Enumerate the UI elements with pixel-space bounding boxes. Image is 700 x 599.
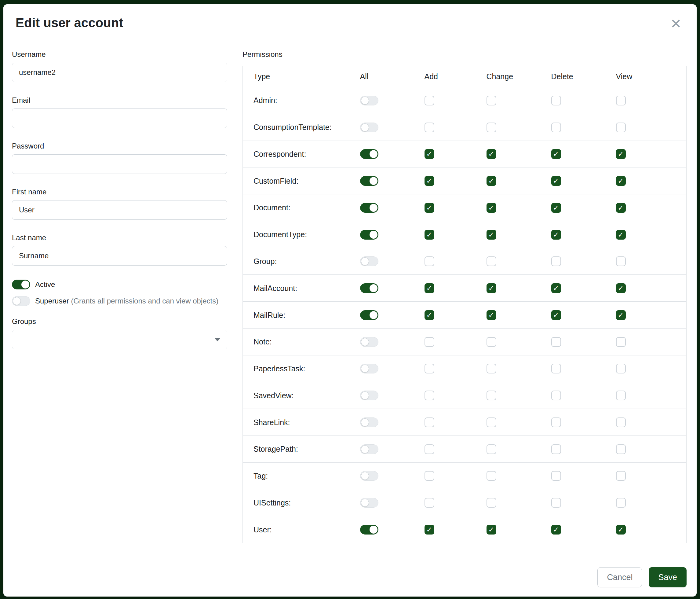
permission-change-checkbox[interactable]	[486, 96, 496, 105]
permission-all-toggle[interactable]	[360, 176, 378, 186]
username-input[interactable]	[12, 63, 227, 82]
permission-change-checkbox[interactable]	[486, 149, 496, 159]
close-icon[interactable]: ✕	[669, 17, 683, 31]
permission-view-checkbox[interactable]	[616, 390, 626, 400]
permission-view-checkbox[interactable]	[616, 525, 626, 534]
permission-change-checkbox[interactable]	[486, 525, 496, 534]
permission-view-checkbox[interactable]	[616, 96, 626, 105]
permission-delete-checkbox[interactable]	[551, 471, 561, 481]
permission-delete-checkbox[interactable]	[551, 257, 561, 266]
groups-select[interactable]	[12, 330, 227, 349]
permission-add-checkbox[interactable]	[425, 445, 434, 454]
permission-view-checkbox[interactable]	[616, 364, 626, 374]
permission-delete-checkbox[interactable]	[551, 445, 561, 454]
toggle-knob	[361, 472, 369, 480]
permission-add-checkbox[interactable]	[425, 230, 434, 240]
permission-all-toggle[interactable]	[360, 337, 378, 347]
email-input[interactable]	[12, 109, 227, 128]
permission-view-checkbox[interactable]	[616, 283, 626, 293]
permission-delete-checkbox[interactable]	[551, 364, 561, 374]
permission-all-toggle[interactable]	[360, 283, 378, 293]
permission-all-toggle[interactable]	[360, 203, 378, 213]
permission-all-toggle[interactable]	[360, 445, 378, 454]
permission-change-checkbox[interactable]	[486, 498, 496, 508]
password-input[interactable]	[12, 154, 227, 174]
permission-view-checkbox[interactable]	[616, 176, 626, 186]
permission-add-checkbox[interactable]	[425, 283, 434, 293]
permission-delete-checkbox[interactable]	[551, 149, 561, 159]
permission-view-checkbox[interactable]	[616, 230, 626, 240]
permission-change-checkbox[interactable]	[486, 203, 496, 213]
permission-view-checkbox[interactable]	[616, 149, 626, 159]
permission-delete-checkbox[interactable]	[551, 203, 561, 213]
permission-delete-checkbox[interactable]	[551, 123, 561, 132]
permission-view-checkbox[interactable]	[616, 310, 626, 320]
permission-delete-checkbox[interactable]	[551, 337, 561, 347]
permission-type-label: DocumentType:	[253, 230, 307, 239]
permission-all-toggle[interactable]	[360, 364, 378, 374]
permission-change-checkbox[interactable]	[486, 471, 496, 481]
permission-view-checkbox[interactable]	[616, 471, 626, 481]
permission-change-checkbox[interactable]	[486, 230, 496, 240]
permission-change-checkbox[interactable]	[486, 283, 496, 293]
permission-all-toggle[interactable]	[360, 96, 378, 105]
permission-change-checkbox[interactable]	[486, 310, 496, 320]
permission-change-checkbox[interactable]	[486, 445, 496, 454]
superuser-toggle[interactable]	[12, 296, 30, 306]
permission-add-checkbox[interactable]	[425, 149, 434, 159]
permission-change-checkbox[interactable]	[486, 257, 496, 266]
permission-all-toggle[interactable]	[360, 498, 378, 508]
permission-all-toggle[interactable]	[360, 525, 378, 534]
permission-change-checkbox[interactable]	[486, 123, 496, 132]
permission-view-checkbox[interactable]	[616, 257, 626, 266]
permission-view-checkbox[interactable]	[616, 337, 626, 347]
permission-add-checkbox[interactable]	[425, 203, 434, 213]
permission-delete-checkbox[interactable]	[551, 310, 561, 320]
permission-add-checkbox[interactable]	[425, 123, 434, 132]
permission-change-checkbox[interactable]	[486, 337, 496, 347]
permission-view-checkbox[interactable]	[616, 203, 626, 213]
permission-add-checkbox[interactable]	[425, 257, 434, 266]
permission-delete-checkbox[interactable]	[551, 230, 561, 240]
permission-all-toggle[interactable]	[360, 230, 378, 240]
permission-view-checkbox[interactable]	[616, 445, 626, 454]
permission-add-checkbox[interactable]	[425, 310, 434, 320]
last-name-input[interactable]	[12, 246, 227, 266]
permission-delete-checkbox[interactable]	[551, 96, 561, 105]
permission-all-toggle[interactable]	[360, 390, 378, 400]
permission-add-checkbox[interactable]	[425, 417, 434, 427]
toggle-knob	[361, 257, 369, 265]
permission-add-checkbox[interactable]	[425, 337, 434, 347]
permission-add-checkbox[interactable]	[425, 471, 434, 481]
permission-delete-checkbox[interactable]	[551, 525, 561, 534]
cancel-button[interactable]: Cancel	[597, 567, 642, 588]
permission-type-label: PaperlessTask:	[253, 364, 305, 373]
permission-all-toggle[interactable]	[360, 417, 378, 427]
permission-add-checkbox[interactable]	[425, 364, 434, 374]
permission-all-toggle[interactable]	[360, 123, 378, 132]
permission-add-checkbox[interactable]	[425, 525, 434, 534]
permission-delete-checkbox[interactable]	[551, 498, 561, 508]
permission-delete-checkbox[interactable]	[551, 283, 561, 293]
save-button[interactable]: Save	[649, 567, 686, 588]
permission-change-checkbox[interactable]	[486, 176, 496, 186]
permission-delete-checkbox[interactable]	[551, 176, 561, 186]
active-toggle[interactable]	[12, 280, 30, 289]
permission-all-toggle[interactable]	[360, 471, 378, 481]
permission-view-checkbox[interactable]	[616, 123, 626, 132]
permission-delete-checkbox[interactable]	[551, 417, 561, 427]
permission-add-checkbox[interactable]	[425, 498, 434, 508]
permission-view-checkbox[interactable]	[616, 498, 626, 508]
permission-add-checkbox[interactable]	[425, 96, 434, 105]
permission-change-checkbox[interactable]	[486, 390, 496, 400]
permission-delete-checkbox[interactable]	[551, 390, 561, 400]
permission-change-checkbox[interactable]	[486, 417, 496, 427]
permission-add-checkbox[interactable]	[425, 176, 434, 186]
permission-add-checkbox[interactable]	[425, 390, 434, 400]
permission-all-toggle[interactable]	[360, 149, 378, 159]
permission-all-toggle[interactable]	[360, 257, 378, 266]
permission-change-checkbox[interactable]	[486, 364, 496, 374]
first-name-input[interactable]	[12, 200, 227, 220]
permission-view-checkbox[interactable]	[616, 417, 626, 427]
permission-all-toggle[interactable]	[360, 310, 378, 320]
